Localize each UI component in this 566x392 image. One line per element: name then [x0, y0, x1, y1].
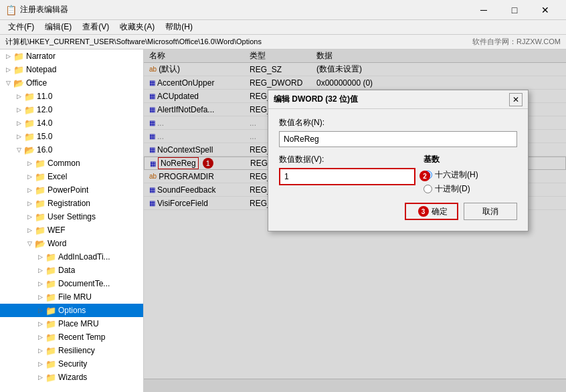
expand-icon: ▷ — [35, 252, 45, 262]
radio-dec-input[interactable] — [423, 185, 432, 193]
radio-hex[interactable]: 十六进制(H) — [423, 169, 517, 181]
tree-item-addinloadti[interactable]: ▷ 📁 AddInLoadTi... — [0, 250, 143, 264]
tree-item-registration[interactable]: ▷ 📁 Registration — [0, 197, 143, 210]
tree-item-common[interactable]: ▷ 📁 Common — [0, 157, 143, 170]
radio-group: 十六进制(H) 十进制(D) — [423, 169, 517, 195]
tree-label: 12.0 — [37, 105, 52, 114]
tree-item-narrator[interactable]: ▷ 📁 Narrator — [0, 50, 143, 63]
folder-icon: 📁 — [45, 306, 56, 316]
tree-label: 15.0 — [37, 132, 52, 141]
name-input[interactable] — [279, 131, 517, 147]
folder-icon: 📁 — [45, 266, 56, 276]
value-input[interactable] — [279, 168, 415, 185]
expand-icon: ▷ — [24, 225, 35, 235]
tree-label: 11.0 — [37, 92, 52, 101]
title-bar: 📋 注册表编辑器 ─ □ ✕ — [0, 0, 566, 20]
ok-label: 确定 — [432, 206, 448, 217]
expand-icon: ▷ — [35, 278, 45, 289]
folder-icon: 📁 — [35, 199, 45, 209]
tree-item-v11[interactable]: ▷ 📁 11.0 — [0, 90, 143, 103]
modal-left: 数值数据(V): 2 — [279, 154, 415, 195]
tree-label: Registration — [48, 199, 90, 208]
tree-item-v16[interactable]: ▽ 📂 16.0 — [0, 143, 143, 157]
tree-label: Recent Temp — [58, 332, 105, 342]
tree-item-docte[interactable]: ▷ 📁 DocumentTe... — [0, 277, 143, 290]
tree-item-options[interactable]: ▷ 📁 Options — [0, 304, 143, 317]
tree-label: AddInLoadTi... — [58, 252, 110, 262]
modal-overlay: 编辑 DWORD (32 位)值 ✕ 数值名称(N): 数值数据(V): — [144, 50, 566, 392]
tree-item-excel[interactable]: ▷ 📁 Excel — [0, 170, 143, 183]
tree-item-v12[interactable]: ▷ 📁 12.0 — [0, 103, 143, 116]
tree-item-resiliency[interactable]: ▷ 📁 Resiliency — [0, 344, 143, 357]
modal-dialog: 编辑 DWORD (32 位)值 ✕ 数值名称(N): 数值数据(V): — [268, 90, 529, 231]
cancel-button[interactable]: 取消 — [464, 203, 517, 220]
right-panel: 名称 类型 数据 ab (默认) REG_SZ (数值未设置) ▦ Accent… — [144, 50, 566, 392]
tree-item-recenttemp[interactable]: ▷ 📁 Recent Temp — [0, 330, 143, 344]
folder-icon: 📂 — [24, 145, 35, 155]
folder-icon: 📁 — [35, 212, 45, 222]
tree-item-office[interactable]: ▽ 📂 Office — [0, 76, 143, 90]
badge-3-container: 3 — [418, 206, 429, 217]
tree-label: Resiliency — [58, 346, 95, 355]
tree-label: Common — [48, 159, 80, 168]
expand-icon: ▷ — [24, 185, 35, 195]
base-label: 基数 — [423, 154, 517, 165]
expand-icon: ▷ — [24, 211, 35, 222]
menu-file[interactable]: 文件(F) — [3, 20, 39, 34]
radio-dec[interactable]: 十进制(D) — [423, 183, 517, 195]
badge-2: 2 — [419, 171, 430, 181]
modal-title: 编辑 DWORD (32 位)值 — [274, 94, 509, 105]
expand-icon: ▷ — [35, 359, 45, 369]
tree-item-placemru[interactable]: ▷ 📁 Place MRU — [0, 317, 143, 330]
main-layout: ▷ 📁 Narrator ▷ 📁 Notepad ▽ 📂 Office ▷ 📁 … — [0, 50, 566, 392]
folder-icon: 📂 — [35, 239, 45, 249]
folder-icon: 📁 — [13, 65, 24, 75]
folder-icon: 📁 — [35, 225, 45, 235]
expand-icon: ▷ — [13, 91, 24, 102]
modal-buttons: 3 确定 取消 — [279, 203, 517, 223]
tree-item-v14[interactable]: ▷ 📁 14.0 — [0, 116, 143, 130]
tree-label: Security — [58, 359, 87, 369]
modal-content: 数值名称(N): 数值数据(V): 2 — [268, 109, 528, 231]
tree-item-data[interactable]: ▷ 📁 Data — [0, 264, 143, 277]
ok-button[interactable]: 3 确定 — [405, 203, 458, 220]
radio-hex-label: 十六进制(H) — [435, 169, 478, 181]
maximize-button[interactable]: □ — [499, 0, 530, 20]
folder-icon: 📁 — [45, 346, 56, 356]
menu-edit[interactable]: 编辑(E) — [39, 20, 77, 34]
tree-item-powerpoint[interactable]: ▷ 📁 PowerPoint — [0, 183, 143, 197]
menu-help[interactable]: 帮助(H) — [160, 20, 198, 34]
tree-item-v15[interactable]: ▷ 📁 15.0 — [0, 130, 143, 143]
tree-label: Excel — [48, 172, 67, 181]
address-bar: 计算机\HKEY_CURRENT_USER\Software\Microsoft… — [0, 35, 566, 50]
title-bar-controls: ─ □ ✕ — [468, 0, 561, 20]
tree-label: Place MRU — [58, 319, 99, 328]
minimize-button[interactable]: ─ — [468, 0, 499, 20]
folder-icon: 📁 — [24, 118, 35, 128]
close-button[interactable]: ✕ — [530, 0, 561, 20]
expand-icon: ▷ — [35, 292, 45, 302]
folder-icon: 📁 — [45, 359, 56, 369]
tree-item-usersettings[interactable]: ▷ 📁 User Settings — [0, 210, 143, 223]
tree-item-wef[interactable]: ▷ 📁 WEF — [0, 223, 143, 237]
tree-label: Office — [26, 78, 47, 88]
address-path: 计算机\HKEY_CURRENT_USER\Software\Microsoft… — [5, 37, 472, 47]
folder-icon: 📁 — [45, 319, 56, 329]
name-label: 数值名称(N): — [279, 117, 517, 128]
menu-view[interactable]: 查看(V) — [77, 20, 114, 34]
tree-label: WEF — [48, 225, 66, 235]
folder-icon: 📁 — [35, 159, 45, 169]
tree-item-security[interactable]: ▷ 📁 Security — [0, 357, 143, 371]
modal-right: 基数 十六进制(H) 十进制(D) — [423, 154, 517, 195]
menu-favorites[interactable]: 收藏夹(A) — [114, 20, 160, 34]
tree-item-word[interactable]: ▽ 📂 Word — [0, 237, 143, 250]
tree-label: Wizards — [58, 373, 87, 382]
tree-item-filemru[interactable]: ▷ 📁 File MRU — [0, 290, 143, 304]
expand-icon: ▷ — [24, 171, 35, 182]
tree-panel: ▷ 📁 Narrator ▷ 📁 Notepad ▽ 📂 Office ▷ 📁 … — [0, 50, 144, 392]
expand-icon: ▷ — [3, 64, 13, 75]
folder-icon: 📁 — [35, 172, 45, 182]
tree-item-notepad[interactable]: ▷ 📁 Notepad — [0, 63, 143, 76]
tree-item-wizards[interactable]: ▷ 📁 Wizards — [0, 371, 143, 384]
modal-close-button[interactable]: ✕ — [509, 93, 523, 106]
